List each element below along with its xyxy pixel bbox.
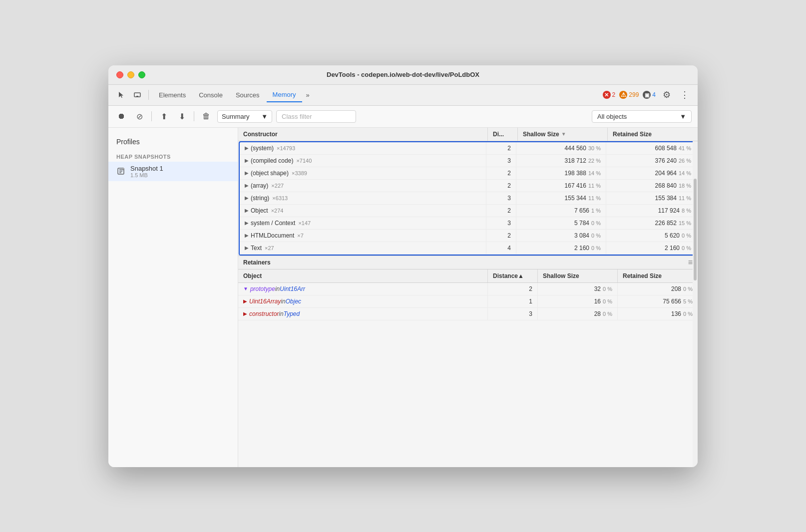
- expand-icon[interactable]: ▶: [245, 145, 249, 151]
- cell-shallow: 198 38814 %: [516, 167, 606, 179]
- cell-shallow: 167 41611 %: [516, 180, 606, 192]
- summary-dropdown[interactable]: Summary ▼: [217, 110, 272, 123]
- ret-connector: in: [275, 285, 280, 292]
- ret-cell-object: ▶ constructor in Typed: [238, 308, 488, 320]
- heap-table[interactable]: Constructor Di... Shallow Size ▼ Retaine…: [238, 128, 698, 467]
- snapshot-item[interactable]: Snapshot 1 1.5 MB: [108, 162, 238, 181]
- objects-dropdown[interactable]: All objects ▼: [592, 110, 692, 123]
- cell-constructor: ▶ HTMLDocument ×7: [240, 230, 486, 242]
- shallow-pct: 22 %: [588, 158, 601, 164]
- ret-cell-shallow: 320 %: [538, 283, 618, 295]
- table-row[interactable]: ▶ (string) ×6313 3 155 34411 % 155 38411…: [240, 192, 696, 205]
- ret-expand-icon[interactable]: ▼: [243, 286, 248, 291]
- ret-context: Uint16Arr: [280, 285, 305, 292]
- retained-pct: 15 %: [679, 220, 691, 226]
- expand-icon[interactable]: ▶: [245, 220, 249, 226]
- ret-cell-shallow: 280 %: [538, 308, 618, 320]
- ret-retained-pct: 0 %: [683, 311, 693, 317]
- ret-expand-icon[interactable]: ▶: [243, 298, 247, 304]
- header-shallow: Shallow Size ▼: [518, 128, 608, 141]
- ret-expand-icon[interactable]: ▶: [243, 311, 247, 316]
- class-filter-input[interactable]: Class filter: [276, 110, 356, 123]
- titlebar: DevTools - codepen.io/web-dot-dev/live/P…: [108, 65, 698, 85]
- expand-icon[interactable]: ▶: [245, 195, 249, 201]
- action-sep-1: [151, 111, 152, 121]
- retainer-row[interactable]: ▶ Uint16Array in Objec 1 160 % 75 6565 %: [238, 295, 698, 308]
- clear-button[interactable]: ⊘: [132, 109, 146, 123]
- table-row[interactable]: ▶ Object ×274 2 7 6561 % 117 9248 %: [240, 205, 696, 217]
- retainers-divider: Retainers ≡: [238, 256, 698, 269]
- count-label: ×27: [265, 245, 274, 251]
- maximize-button[interactable]: [138, 71, 145, 78]
- objects-label: All objects: [597, 113, 627, 120]
- cell-retained: 155 38411 %: [606, 192, 696, 204]
- tab-elements[interactable]: Elements: [153, 88, 192, 102]
- info-icon: ▣: [643, 91, 651, 99]
- table-row[interactable]: ▶ Text ×27 4 2 1600 % 2 1600 %: [240, 242, 696, 255]
- cell-shallow: 5 7840 %: [516, 217, 606, 229]
- download-button[interactable]: ⬇: [175, 109, 189, 123]
- expand-icon[interactable]: ▶: [245, 233, 249, 238]
- upload-button[interactable]: ⬆: [157, 109, 171, 123]
- retainers-scroll: ≡: [688, 258, 693, 267]
- tab-console[interactable]: Console: [193, 88, 229, 102]
- devtools-window: DevTools - codepen.io/web-dot-dev/live/P…: [108, 65, 698, 467]
- ret-name: prototype: [250, 285, 275, 292]
- constructor-name: (string): [251, 195, 269, 202]
- summary-arrow: ▼: [261, 113, 268, 120]
- minimize-button[interactable]: [127, 71, 134, 78]
- cell-shallow: 2 1600 %: [516, 242, 606, 254]
- constructor-name: HTMLDocument: [251, 232, 294, 239]
- table-row[interactable]: ▶ system / Context ×147 3 5 7840 % 226 8…: [240, 217, 696, 230]
- cell-constructor: ▶ (object shape) ×3389: [240, 167, 486, 179]
- shallow-pct: 14 %: [588, 170, 601, 176]
- shallow-pct: 11 %: [588, 183, 601, 189]
- cursor-icon[interactable]: [114, 88, 128, 102]
- cell-distance: 2: [486, 180, 516, 192]
- ret-shallow-pct: 0 %: [603, 286, 612, 292]
- responsive-icon[interactable]: [130, 88, 144, 102]
- more-tabs-button[interactable]: »: [303, 89, 313, 101]
- table-row[interactable]: ▶ (compiled code) ×7140 3 318 71222 % 37…: [240, 155, 696, 167]
- ret-retained-pct: 0 %: [683, 286, 693, 292]
- ret-cell-retained: 2080 %: [618, 283, 698, 295]
- header-constructor: Constructor: [238, 128, 488, 141]
- ret-name: Uint16Array: [249, 298, 281, 305]
- cell-retained: 117 9248 %: [606, 205, 696, 217]
- ret-cell-object: ▼ prototype in Uint16Arr: [238, 283, 488, 295]
- more-menu-button[interactable]: ⋮: [678, 88, 692, 102]
- retained-pct: 26 %: [679, 158, 691, 164]
- warnings-badge: ⚠ 299: [619, 91, 639, 99]
- tab-memory[interactable]: Memory: [267, 88, 302, 102]
- close-button[interactable]: [116, 71, 123, 78]
- ret-context: Typed: [284, 310, 300, 317]
- expand-icon[interactable]: ▶: [245, 170, 249, 176]
- table-row[interactable]: ▶ HTMLDocument ×7 2 3 0840 % 5 6200 %: [240, 230, 696, 242]
- expand-icon[interactable]: ▶: [245, 158, 249, 163]
- ret-connector: in: [279, 310, 283, 317]
- scrollbar-track[interactable]: [693, 128, 698, 467]
- cell-retained: 608 54841 %: [606, 142, 696, 154]
- table-row[interactable]: ▶ (system) ×14793 2 444 56030 % 608 5484…: [240, 142, 696, 155]
- table-row[interactable]: ▶ (object shape) ×3389 2 198 38814 % 204…: [240, 167, 696, 180]
- expand-icon[interactable]: ▶: [245, 245, 249, 251]
- retainer-row[interactable]: ▶ constructor in Typed 3 280 % 1360 %: [238, 308, 698, 320]
- shallow-pct: 0 %: [591, 233, 601, 239]
- cell-shallow: 444 56030 %: [516, 142, 606, 154]
- ret-header-shallow: Shallow Size: [538, 269, 618, 282]
- expand-icon[interactable]: ▶: [245, 208, 249, 213]
- table-row[interactable]: ▶ (array) ×227 2 167 41611 % 268 84018 %: [240, 180, 696, 192]
- errors-badge: ✕ 2: [603, 91, 616, 99]
- action-sep-2: [194, 111, 194, 121]
- tab-sources[interactable]: Sources: [230, 88, 266, 102]
- scrollbar-thumb[interactable]: [694, 179, 697, 280]
- retainer-row[interactable]: ▼ prototype in Uint16Arr 2 320 % 2080 %: [238, 283, 698, 295]
- expand-icon[interactable]: ▶: [245, 183, 249, 188]
- record-button[interactable]: ⏺: [114, 109, 128, 123]
- cell-retained: 204 96414 %: [606, 167, 696, 179]
- collect-button[interactable]: 🗑: [199, 109, 213, 123]
- sidebar: Profiles HEAP SNAPSHOTS Snapshot 1 1.5 M…: [108, 128, 238, 467]
- constructor-name: Text: [251, 245, 262, 252]
- settings-button[interactable]: ⚙: [660, 88, 674, 102]
- retained-pct: 8 %: [682, 208, 691, 214]
